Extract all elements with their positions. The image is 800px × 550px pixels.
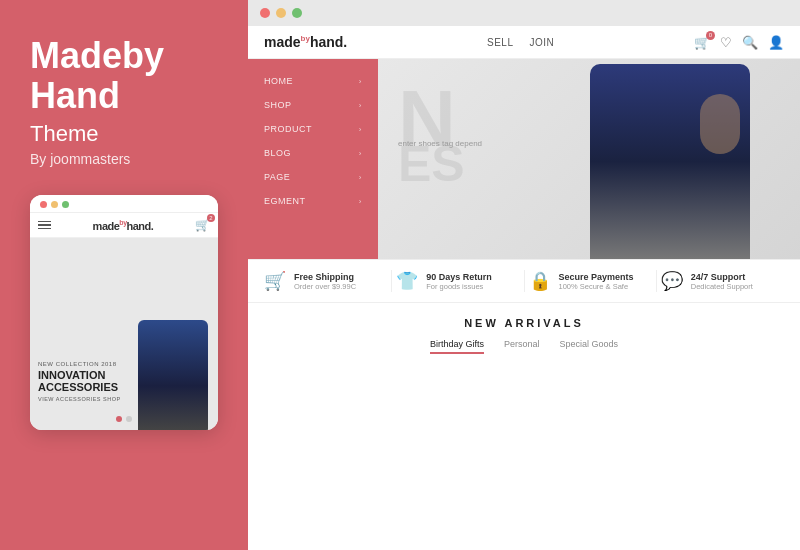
hero-image: N ES enter shoes tag depend — [378, 59, 800, 259]
menu-item-product[interactable]: PRODUCT › — [248, 117, 378, 141]
tab-personal[interactable]: Personal — [504, 339, 540, 354]
new-arrivals-tabs: Birthday Gifts Personal Special Goods — [264, 339, 784, 354]
feature-return-text: 90 Days Return For goods issues — [426, 272, 492, 291]
feature-support: 💬 24/7 Support Dedicated Support — [661, 270, 784, 292]
chevron-right-icon: › — [359, 197, 362, 206]
menu-item-egment[interactable]: EGMENT › — [248, 189, 378, 213]
feature-support-text: 24/7 Support Dedicated Support — [691, 272, 753, 291]
site-icons: 🛒 0 ♡ 🔍 👤 — [694, 35, 784, 50]
menu-item-home[interactable]: HOME › — [248, 69, 378, 93]
browser-dot-red — [260, 8, 270, 18]
feature-secure-desc: 100% Secure & Safe — [559, 282, 634, 291]
right-panel: madebyhand. SELL JOIN 🛒 0 ♡ 🔍 👤 HOM — [248, 0, 800, 550]
feature-shipping-title: Free Shipping — [294, 272, 356, 282]
phone-cart-badge: 2 — [207, 214, 215, 222]
nav-sell[interactable]: SELL — [487, 37, 513, 48]
tab-special-goods[interactable]: Special Goods — [560, 339, 619, 354]
nav-join[interactable]: JOIN — [529, 37, 554, 48]
feature-return-title: 90 Days Return — [426, 272, 492, 282]
feature-secure-text: Secure Payments 100% Secure & Safe — [559, 272, 634, 291]
phone-hero-text: NEW COLLECTION 2018 INNOVATION ACCESSORI… — [38, 361, 121, 402]
feature-secure: 🔒 Secure Payments 100% Secure & Safe — [529, 270, 652, 292]
chevron-right-icon: › — [359, 101, 362, 110]
sidebar-menu: HOME › SHOP › PRODUCT › BLOG › PAGE › — [248, 59, 378, 259]
hero-area: HOME › SHOP › PRODUCT › BLOG › PAGE › — [248, 59, 800, 259]
brand-subtitle: Theme — [30, 121, 98, 147]
menu-item-blog[interactable]: BLOG › — [248, 141, 378, 165]
hero-person — [590, 64, 750, 259]
site-logo: madebyhand. — [264, 34, 347, 50]
phone-hero-dots — [116, 416, 132, 422]
phone-hero-title: INNOVATION ACCESSORIES — [38, 369, 121, 393]
browser-dot-green — [292, 8, 302, 18]
phone-top-bar — [30, 195, 218, 213]
hero-tagline: enter shoes tag depend — [398, 139, 482, 148]
search-icon[interactable]: 🔍 — [742, 35, 758, 50]
phone-hero: NEW COLLECTION 2018 INNOVATION ACCESSORI… — [30, 238, 218, 430]
cart-icon[interactable]: 🛒 0 — [694, 35, 710, 50]
new-arrivals-title: NEW ARRIVALS — [264, 317, 784, 329]
chevron-right-icon: › — [359, 125, 362, 134]
feature-free-shipping: 🛒 Free Shipping Order over $9.99C — [264, 270, 387, 292]
feature-divider-2 — [524, 270, 525, 292]
browser-chrome — [248, 0, 800, 26]
phone-mockup: madebyhand. 🛒 2 NEW COLLECTION 2018 INNO… — [30, 195, 218, 430]
brand-by: By joommasters — [30, 151, 130, 167]
hero-arm — [700, 94, 740, 154]
feature-divider-1 — [391, 270, 392, 292]
secure-icon: 🔒 — [529, 270, 551, 292]
feature-shipping-desc: Order over $9.99C — [294, 282, 356, 291]
hamburger-icon[interactable] — [38, 221, 51, 230]
hero-person-body — [590, 64, 750, 259]
phone-dot-green — [62, 201, 69, 208]
phone-nav-bar: madebyhand. 🛒 2 — [30, 213, 218, 238]
phone-person-figure — [138, 320, 208, 430]
wishlist-icon[interactable]: ♡ — [720, 35, 732, 50]
phone-dot-red — [40, 201, 47, 208]
left-panel: Madeby Hand Theme By joommasters madebyh… — [0, 0, 248, 550]
phone-window-dots — [40, 201, 69, 208]
shipping-icon: 🛒 — [264, 270, 286, 292]
site-header: madebyhand. SELL JOIN 🛒 0 ♡ 🔍 👤 — [248, 26, 800, 59]
tab-birthday-gifts[interactable]: Birthday Gifts — [430, 339, 484, 354]
phone-dot-2[interactable] — [126, 416, 132, 422]
browser-content: madebyhand. SELL JOIN 🛒 0 ♡ 🔍 👤 HOM — [248, 26, 800, 550]
phone-cart-icon[interactable]: 🛒 2 — [195, 218, 210, 232]
feature-return: 👕 90 Days Return For goods issues — [396, 270, 519, 292]
chevron-right-icon: › — [359, 77, 362, 86]
browser-dot-yellow — [276, 8, 286, 18]
feature-return-desc: For goods issues — [426, 282, 492, 291]
phone-hero-label: NEW COLLECTION 2018 — [38, 361, 121, 367]
phone-logo: madebyhand. — [93, 219, 154, 232]
cart-badge: 0 — [706, 31, 715, 40]
chevron-right-icon: › — [359, 149, 362, 158]
user-icon[interactable]: 👤 — [768, 35, 784, 50]
return-icon: 👕 — [396, 270, 418, 292]
feature-shipping-text: Free Shipping Order over $9.99C — [294, 272, 356, 291]
menu-item-page[interactable]: PAGE › — [248, 165, 378, 189]
feature-secure-title: Secure Payments — [559, 272, 634, 282]
feature-divider-3 — [656, 270, 657, 292]
support-icon: 💬 — [661, 270, 683, 292]
feature-support-desc: Dedicated Support — [691, 282, 753, 291]
site-nav: SELL JOIN — [487, 37, 554, 48]
new-arrivals-section: NEW ARRIVALS Birthday Gifts Personal Spe… — [248, 302, 800, 364]
phone-dot-1[interactable] — [116, 416, 122, 422]
feature-support-title: 24/7 Support — [691, 272, 753, 282]
phone-hero-link[interactable]: VIEW ACCESSORIES SHOP — [38, 396, 121, 402]
phone-dot-yellow — [51, 201, 58, 208]
features-bar: 🛒 Free Shipping Order over $9.99C 👕 90 D… — [248, 259, 800, 302]
menu-item-shop[interactable]: SHOP › — [248, 93, 378, 117]
brand-title: Madeby Hand — [30, 36, 218, 115]
chevron-right-icon: › — [359, 173, 362, 182]
